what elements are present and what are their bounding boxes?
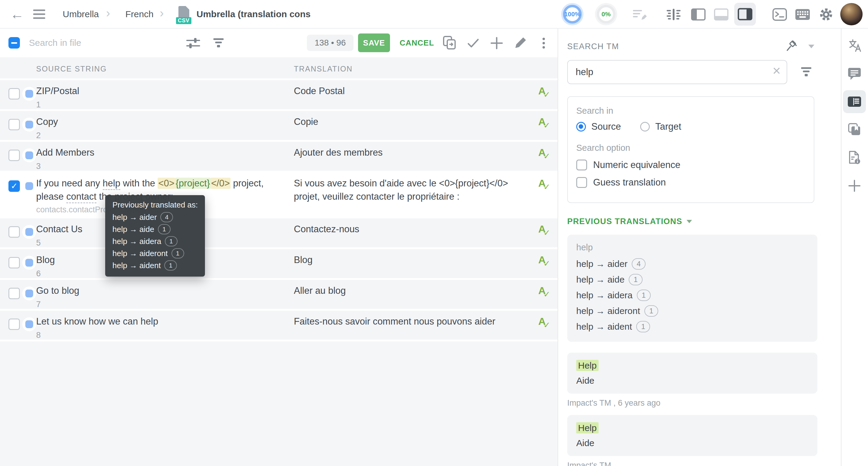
- table-row[interactable]: Let us know how we can help8Faites-nous …: [0, 311, 558, 342]
- spell-checkmark: ✓: [544, 228, 550, 238]
- count-badge: 1: [629, 274, 643, 285]
- breadcrumb-language[interactable]: French: [125, 9, 153, 19]
- term-highlight[interactable]: contact: [66, 191, 96, 203]
- translated-progress-badge[interactable]: 100%: [563, 5, 582, 24]
- plus-icon: [848, 179, 861, 193]
- text-segment: Blog: [36, 255, 55, 265]
- previous-translation-item[interactable]: help → aide1: [576, 272, 808, 287]
- spell-checkmark: ✓: [544, 320, 550, 330]
- previous-translation-item[interactable]: help → aident1: [576, 319, 808, 334]
- table-row[interactable]: Go to blog7Aller au blogA✓: [0, 280, 558, 311]
- spellcheck-icon[interactable]: A✓: [538, 147, 552, 162]
- row-checkbox[interactable]: ✓: [8, 180, 20, 192]
- add-string-icon[interactable]: [490, 36, 503, 50]
- breadcrumb-file-name[interactable]: Umbrella (translation consist…: [196, 9, 311, 19]
- comfortable-view-icon[interactable]: [666, 7, 681, 22]
- previous-translation-item[interactable]: help → aidera1: [576, 287, 808, 303]
- spellcheck-icon[interactable]: A✓: [538, 116, 552, 131]
- translation-pair: help → aident: [113, 261, 161, 270]
- keyboard-icon[interactable]: [795, 8, 810, 21]
- row-checkbox[interactable]: [8, 288, 20, 299]
- previous-translation-item[interactable]: help → aide1: [113, 223, 198, 235]
- guess-translation-checkbox[interactable]: [576, 177, 587, 188]
- table-row[interactable]: ZIP/Postal1Code PostalA✓: [0, 80, 558, 111]
- previous-translations-toggle[interactable]: PREVIOUS TRANSLATIONS: [567, 217, 841, 226]
- tm-suggestion-card[interactable]: HelpAide: [567, 353, 817, 394]
- term-highlight[interactable]: help: [103, 178, 121, 190]
- table-row[interactable]: ✓If you need any help with the <0>{proje…: [0, 173, 558, 219]
- cancel-button[interactable]: CANCEL: [400, 29, 434, 57]
- spellcheck-icon[interactable]: A✓: [538, 285, 552, 300]
- bottom-panel-layout-icon[interactable]: [714, 8, 729, 21]
- previous-translation-item[interactable]: help → aident1: [113, 259, 198, 271]
- menu-icon[interactable]: [33, 9, 45, 19]
- terminal-icon[interactable]: [772, 8, 787, 21]
- guess-translation-option[interactable]: Guess translation: [576, 177, 805, 188]
- tm-suggestion-card[interactable]: HelpAide: [567, 415, 817, 456]
- string-status-icon: [22, 317, 36, 331]
- breadcrumb-project[interactable]: Umbrella: [63, 9, 99, 19]
- sidebar-item-add-panel[interactable]: [843, 174, 866, 197]
- more-options-icon[interactable]: [541, 36, 546, 50]
- advanced-filter-icon[interactable]: [186, 36, 201, 50]
- edit-icon[interactable]: [513, 36, 527, 50]
- approve-icon[interactable]: [467, 37, 480, 49]
- radio-target-label[interactable]: Target: [655, 121, 681, 132]
- radio-source[interactable]: [576, 122, 586, 132]
- translation-text: Faites-nous savoir comment nous pouvons …: [294, 315, 541, 328]
- gear-icon[interactable]: [818, 7, 834, 22]
- row-checkbox[interactable]: [8, 319, 20, 330]
- spellcheck-icon[interactable]: A✓: [538, 85, 552, 100]
- spellcheck-icon[interactable]: A✓: [538, 316, 552, 330]
- numeric-equivalence-checkbox[interactable]: [576, 159, 587, 170]
- table-row[interactable]: Blog6BlogA✓: [0, 249, 558, 280]
- table-row[interactable]: Add Members3Ajouter des membresA✓: [0, 142, 558, 173]
- row-checkbox[interactable]: [8, 150, 20, 161]
- filter-icon[interactable]: [211, 37, 226, 49]
- tm-result: HelpAideImpact's TM , 6 years ago: [567, 353, 841, 408]
- search-in-file-input[interactable]: [29, 34, 158, 52]
- source-string-text: ZIP/Postal: [36, 84, 289, 98]
- left-panel-layout-icon[interactable]: [691, 8, 706, 21]
- row-checkbox[interactable]: [8, 119, 20, 130]
- sidebar-item-translations[interactable]: [843, 34, 866, 57]
- spellcheck-icon[interactable]: A✓: [538, 223, 552, 238]
- previous-translation-item[interactable]: help → aider4: [576, 256, 808, 272]
- pin-icon[interactable]: [785, 40, 798, 53]
- table-row[interactable]: Contact Us5Contactez-nousA✓: [0, 219, 558, 249]
- source-cell: Copy2: [36, 115, 289, 140]
- sidebar-item-comments[interactable]: [843, 62, 866, 85]
- radio-target[interactable]: [640, 122, 650, 132]
- previous-translation-item[interactable]: help → aider4: [113, 211, 198, 223]
- previous-translation-item[interactable]: help → aideront1: [113, 247, 198, 259]
- right-panel-layout-toggle[interactable]: [734, 3, 756, 26]
- string-number: 7: [36, 300, 289, 309]
- back-icon[interactable]: ←: [10, 7, 24, 21]
- clear-search-icon[interactable]: ×: [772, 64, 781, 78]
- avatar[interactable]: [840, 3, 863, 25]
- approved-progress-badge[interactable]: 0%: [597, 5, 615, 24]
- row-checkbox[interactable]: [8, 257, 20, 268]
- save-button[interactable]: SAVE: [358, 33, 390, 52]
- chevron-down-icon[interactable]: [808, 45, 814, 48]
- sidebar-item-translation-memory[interactable]: [843, 90, 866, 113]
- spellcheck-icon[interactable]: A✓: [538, 177, 552, 193]
- table-row[interactable]: Copy2CopieA✓: [0, 111, 558, 142]
- spellcheck-icon[interactable]: A✓: [538, 254, 552, 269]
- count-badge: 1: [637, 290, 651, 301]
- copy-source-icon[interactable]: [442, 35, 457, 50]
- row-checkbox[interactable]: [8, 226, 20, 238]
- radio-source-label[interactable]: Source: [591, 121, 621, 132]
- select-all-checkbox[interactable]: [8, 37, 20, 49]
- numeric-equivalence-option[interactable]: Numeric equivalence: [576, 159, 805, 170]
- table-header: SOURCE STRING TRANSLATION: [0, 57, 558, 80]
- tm-search-input[interactable]: [567, 60, 787, 84]
- row-checkbox[interactable]: [8, 88, 20, 99]
- previous-translation-item[interactable]: help → aideront1: [576, 303, 808, 319]
- sidebar-item-glossary[interactable]: [843, 118, 866, 141]
- sidebar-item-file-info[interactable]: [843, 146, 866, 169]
- previous-translation-item[interactable]: help → aidera1: [113, 235, 198, 247]
- tm-filter-icon[interactable]: [799, 66, 814, 78]
- search-tm-panel: SEARCH TM × Search in Sour: [558, 29, 841, 466]
- tm-meta: Impact's TM: [567, 461, 841, 466]
